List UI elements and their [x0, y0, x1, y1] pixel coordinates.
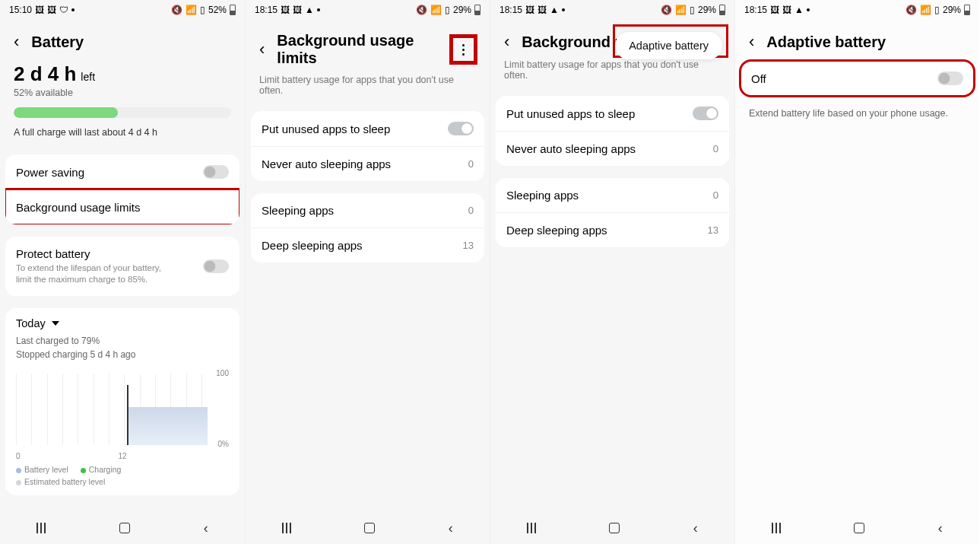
more-dot-icon	[562, 8, 565, 11]
back-icon[interactable]: ‹	[259, 40, 265, 59]
put-unused-sleep-row[interactable]: Put unused apps to sleep	[251, 111, 484, 146]
notif-icon: 🖼	[770, 5, 779, 15]
battery-icon	[964, 5, 970, 15]
battery-icon	[230, 5, 236, 15]
recents-button[interactable]	[772, 523, 781, 533]
adaptive-battery-screen: 18:15 🖼 🖼 ▲ 🔇 📶 ▯ 29% ‹ Adaptive battery…	[734, 0, 979, 544]
recents-button[interactable]	[282, 523, 291, 533]
chart-legend: Battery level Charging Estimated battery…	[5, 465, 239, 495]
sleeping-apps-row[interactable]: Sleeping apps 0	[251, 193, 484, 227]
notif-icon: 🖼	[538, 5, 547, 15]
warn-icon: ▲	[550, 5, 559, 15]
warn-icon: ▲	[794, 5, 804, 15]
status-bar: 15:10 🖼 🖼 🛡 🔇 📶 ▯ 52%	[0, 0, 245, 20]
battery-pct: 29%	[698, 5, 716, 15]
back-icon[interactable]: ‹	[504, 32, 509, 52]
back-icon[interactable]: ‹	[14, 32, 19, 52]
time-remaining: 2 d 4 h left	[14, 62, 231, 86]
put-unused-sleep-toggle[interactable]	[448, 122, 474, 135]
put-unused-sleep-toggle[interactable]	[693, 107, 718, 120]
background-usage-limits-row[interactable]: Background usage limits	[5, 189, 239, 224]
page-title: Adaptive battery	[766, 33, 886, 51]
mute-icon: 🔇	[661, 5, 672, 15]
status-bar: 18:15 🖼 🖼 ▲ 🔇 📶 ▯ 29%	[735, 0, 979, 20]
signal-icon: ▯	[690, 5, 695, 15]
notif-icon: 🖼	[525, 5, 534, 15]
bg-limits-screen: 18:15 🖼 🖼 ▲ 🔇 📶 ▯ 29% ‹ Background usage…	[245, 0, 490, 544]
full-charge-note: A full charge will last about 4 d 4 h	[0, 122, 245, 148]
subtitle: Limit battery usage for apps that you do…	[490, 56, 734, 90]
recents-button[interactable]	[527, 523, 536, 533]
never-auto-sleeping-row[interactable]: Never auto sleeping apps 0	[496, 131, 729, 166]
page-title: Battery	[31, 33, 84, 51]
back-icon[interactable]: ‹	[749, 32, 754, 52]
recents-button[interactable]	[36, 523, 46, 533]
bg-limits-menu-screen: 18:15 🖼 🖼 ▲ 🔇 📶 ▯ 29% ‹ Background usa L…	[490, 0, 734, 544]
power-saving-row[interactable]: Power saving	[5, 154, 239, 189]
signal-icon: ▯	[200, 5, 205, 15]
nav-bar: ‹	[490, 512, 734, 544]
battery-icon	[474, 5, 480, 15]
available-pct: 52% available	[14, 87, 231, 98]
notif-icon: 🖼	[281, 5, 290, 15]
deep-sleeping-apps-row[interactable]: Deep sleeping apps 13	[496, 212, 729, 247]
never-auto-sleeping-row[interactable]: Never auto sleeping apps 0	[251, 146, 484, 181]
more-vert-icon	[462, 44, 465, 56]
battery-pct: 29%	[943, 5, 961, 15]
deep-sleeping-apps-row[interactable]: Deep sleeping apps 13	[251, 227, 484, 262]
clock: 18:15	[744, 5, 767, 15]
protect-battery-row[interactable]: Protect battery To extend the lifespan o…	[5, 237, 239, 296]
stopped-charging: Stopped charging 5 d 4 h ago	[5, 349, 239, 363]
status-bar: 18:15 🖼 🖼 ▲ 🔇 📶 ▯ 29%	[246, 0, 490, 20]
adaptive-battery-desc: Extend battery life based on your phone …	[735, 100, 979, 126]
home-button[interactable]	[364, 523, 375, 533]
page-title: Background usage limits	[277, 32, 439, 67]
protect-battery-toggle[interactable]	[203, 259, 229, 273]
more-dot-icon	[807, 8, 810, 11]
adaptive-battery-toggle-row[interactable]: Off	[741, 61, 974, 96]
power-saving-toggle[interactable]	[203, 165, 229, 179]
home-button[interactable]	[854, 523, 864, 533]
back-button[interactable]: ‹	[204, 520, 208, 536]
last-charged: Last charged to 79%	[5, 336, 239, 349]
clock: 18:15	[255, 5, 278, 15]
battery-chart: 100 0% 0 12	[16, 369, 229, 460]
sleeping-apps-row[interactable]: Sleeping apps 0	[496, 178, 729, 212]
put-unused-sleep-row[interactable]: Put unused apps to sleep	[496, 96, 729, 131]
back-button[interactable]: ‹	[938, 520, 943, 536]
back-button[interactable]: ‹	[693, 520, 698, 536]
home-button[interactable]	[609, 523, 620, 533]
battery-pct: 52%	[208, 5, 227, 15]
subtitle: Limit battery usage for apps that you do…	[246, 72, 490, 105]
mute-icon: 🔇	[171, 5, 182, 15]
wifi-icon: 📶	[430, 5, 442, 15]
mute-icon: 🔇	[905, 5, 917, 15]
usage-card: Today Last charged to 79% Stopped chargi…	[5, 308, 239, 495]
back-button[interactable]: ‹	[449, 520, 453, 536]
today-dropdown[interactable]: Today	[5, 308, 239, 336]
overflow-menu-button[interactable]	[451, 36, 476, 63]
nav-bar: ‹	[735, 512, 979, 544]
clock: 15:10	[9, 5, 32, 15]
signal-icon: ▯	[934, 5, 940, 15]
more-dot-icon	[317, 8, 320, 11]
nav-bar: ‹	[0, 512, 245, 544]
chevron-down-icon	[52, 321, 59, 326]
status-bar: 18:15 🖼 🖼 ▲ 🔇 📶 ▯ 29%	[490, 0, 734, 20]
notif-icon: 🖼	[782, 5, 791, 15]
battery-screen: 15:10 🖼 🖼 🛡 🔇 📶 ▯ 52% ‹ Battery 2 d 4 h …	[0, 0, 245, 544]
home-button[interactable]	[119, 523, 130, 533]
mute-icon: 🔇	[416, 5, 427, 15]
adaptive-battery-toggle[interactable]	[937, 72, 963, 85]
battery-pct: 29%	[453, 5, 471, 15]
notif-icon: 🖼	[35, 5, 44, 15]
shield-icon: 🛡	[59, 5, 68, 15]
adaptive-battery-menu-item[interactable]: Adaptive battery	[615, 32, 722, 59]
clock: 18:15	[500, 5, 522, 15]
notif-icon: 🖼	[47, 5, 56, 15]
wifi-icon: 📶	[675, 5, 687, 15]
signal-icon: ▯	[445, 5, 450, 15]
battery-bar	[14, 107, 231, 118]
wifi-icon: 📶	[920, 5, 931, 15]
warn-icon: ▲	[305, 5, 314, 15]
